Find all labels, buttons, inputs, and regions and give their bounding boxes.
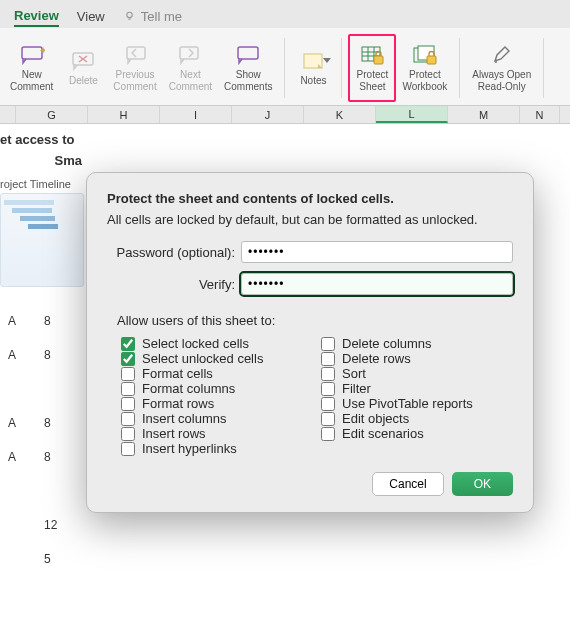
permission-label: Format cells bbox=[142, 366, 213, 381]
permission-format-cells[interactable]: Format cells bbox=[121, 366, 313, 381]
permission-label: Filter bbox=[342, 381, 371, 396]
permission-insert-columns[interactable]: Insert columns bbox=[121, 411, 313, 426]
permission-label: Insert hyperlinks bbox=[142, 441, 237, 456]
permission-checkbox[interactable] bbox=[321, 397, 335, 411]
permission-insert-rows[interactable]: Insert rows bbox=[121, 426, 313, 441]
permission-label: Edit scenarios bbox=[342, 426, 424, 441]
ok-button[interactable]: OK bbox=[452, 472, 513, 496]
permission-select-unlocked-cells[interactable]: Select unlocked cells bbox=[121, 351, 313, 366]
permission-checkbox[interactable] bbox=[321, 352, 335, 366]
permission-label: Select unlocked cells bbox=[142, 351, 263, 366]
modal-overlay: Protect the sheet and contents of locked… bbox=[0, 0, 570, 621]
cancel-button[interactable]: Cancel bbox=[372, 472, 443, 496]
password-input[interactable] bbox=[241, 241, 513, 263]
permission-checkbox[interactable] bbox=[121, 442, 135, 456]
permission-checkbox[interactable] bbox=[121, 412, 135, 426]
permission-label: Delete rows bbox=[342, 351, 411, 366]
permission-edit-objects[interactable]: Edit objects bbox=[321, 411, 513, 426]
protect-sheet-dialog: Protect the sheet and contents of locked… bbox=[86, 172, 534, 513]
permission-edit-scenarios[interactable]: Edit scenarios bbox=[321, 426, 513, 441]
permission-delete-rows[interactable]: Delete rows bbox=[321, 351, 513, 366]
permission-label: Edit objects bbox=[342, 411, 409, 426]
permission-checkbox[interactable] bbox=[321, 427, 335, 441]
permission-label: Select locked cells bbox=[142, 336, 249, 351]
permission-use-pivottable-reports[interactable]: Use PivotTable reports bbox=[321, 396, 513, 411]
permission-checkbox[interactable] bbox=[321, 337, 335, 351]
verify-input[interactable] bbox=[241, 273, 513, 295]
permission-label: Format columns bbox=[142, 381, 235, 396]
permission-label: Use PivotTable reports bbox=[342, 396, 473, 411]
permission-checkbox[interactable] bbox=[121, 397, 135, 411]
permission-sort[interactable]: Sort bbox=[321, 366, 513, 381]
permission-checkbox[interactable] bbox=[121, 382, 135, 396]
permission-checkbox[interactable] bbox=[121, 337, 135, 351]
dialog-title: Protect the sheet and contents of locked… bbox=[107, 191, 513, 206]
permission-checkbox[interactable] bbox=[321, 367, 335, 381]
permission-checkbox[interactable] bbox=[321, 382, 335, 396]
permission-label: Format rows bbox=[142, 396, 214, 411]
permission-checkbox[interactable] bbox=[321, 412, 335, 426]
permission-delete-columns[interactable]: Delete columns bbox=[321, 336, 513, 351]
verify-label: Verify: bbox=[107, 277, 235, 292]
permission-filter[interactable]: Filter bbox=[321, 381, 513, 396]
dialog-subtitle: All cells are locked by default, but can… bbox=[107, 212, 513, 227]
permission-format-columns[interactable]: Format columns bbox=[121, 381, 313, 396]
permissions-grid: Select locked cellsSelect unlocked cells… bbox=[107, 336, 513, 456]
password-label: Password (optional): bbox=[107, 245, 235, 260]
permission-checkbox[interactable] bbox=[121, 367, 135, 381]
permission-insert-hyperlinks[interactable]: Insert hyperlinks bbox=[121, 441, 313, 456]
permission-label: Delete columns bbox=[342, 336, 432, 351]
permission-select-locked-cells[interactable]: Select locked cells bbox=[121, 336, 313, 351]
permission-label: Insert rows bbox=[142, 426, 206, 441]
permission-label: Sort bbox=[342, 366, 366, 381]
permission-checkbox[interactable] bbox=[121, 427, 135, 441]
permission-format-rows[interactable]: Format rows bbox=[121, 396, 313, 411]
permission-label: Insert columns bbox=[142, 411, 227, 426]
allow-users-label: Allow users of this sheet to: bbox=[117, 313, 513, 328]
permission-checkbox[interactable] bbox=[121, 352, 135, 366]
